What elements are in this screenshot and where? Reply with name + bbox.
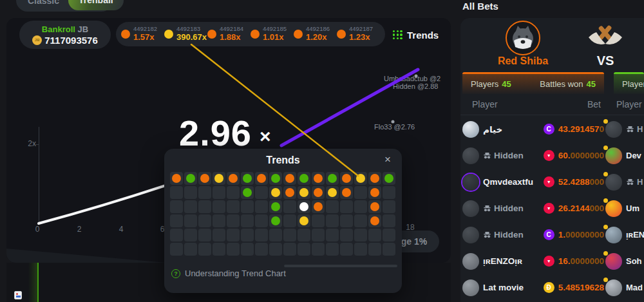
- trend-cell: [368, 172, 381, 185]
- bet-status-dot: [603, 251, 608, 256]
- player-name: H: [626, 177, 644, 187]
- trend-cell: [227, 214, 240, 227]
- bet-row: ᴉʀENZOᴉʀ▼16.0000000: [462, 248, 604, 274]
- player-name: H: [626, 124, 644, 134]
- trend-cell: [312, 229, 325, 241]
- trend-cell: [213, 214, 225, 227]
- team-red-shiba-name[interactable]: Red Shiba: [486, 55, 560, 67]
- trend-dot-yellow: [328, 188, 337, 197]
- player-name-text: Mad: [626, 283, 643, 292]
- result-multiplier: 1.01x: [263, 33, 287, 42]
- trend-dot-orange: [314, 202, 323, 211]
- current-multiplier: 2.96 ×: [179, 112, 271, 154]
- tab-classic[interactable]: Classic: [16, 0, 68, 6]
- avatar: [605, 227, 622, 243]
- trend-cell: [269, 229, 282, 241]
- result-item[interactable]: 44921821.57x: [121, 26, 164, 42]
- trend-cell: [326, 172, 339, 185]
- player-name-text: Soh: [626, 256, 642, 266]
- incognito-icon: [483, 151, 491, 160]
- avatar: [462, 253, 479, 270]
- avatar: [462, 227, 479, 243]
- result-texts: 44921861.20x: [306, 26, 330, 42]
- bet-row: Um: [605, 195, 644, 222]
- trend-dot-green: [243, 174, 252, 183]
- player-name-text: ᴉʀEN: [626, 230, 644, 240]
- trend-cell: [255, 229, 268, 241]
- close-icon[interactable]: ×: [381, 153, 394, 166]
- trend-cell: [312, 214, 325, 227]
- result-texts: 44921851.01x: [263, 26, 287, 42]
- trend-cell: [255, 200, 268, 213]
- bet-row: Hidden▼60.0000000: [462, 142, 604, 169]
- trend-cell: [198, 186, 211, 199]
- bet-amount-bright: 52.4288: [558, 177, 590, 187]
- bet-rows-left: خيامC43.2914570Hidden▼60.0000000Qmvdeaxt…: [462, 116, 604, 301]
- trend-cell: [255, 243, 268, 256]
- result-item[interactable]: 44921851.01x: [251, 26, 294, 42]
- player-name-text: Qmvdeaxtfu: [483, 177, 533, 187]
- trend-dot-orange: [370, 174, 379, 183]
- team-tab-red-shiba[interactable]: Players45 Battles won45: [462, 72, 604, 94]
- result-multiplier: 1.20x: [306, 33, 330, 42]
- player-name-text: Hidden: [494, 203, 524, 213]
- trend-dot-orange: [229, 174, 238, 183]
- tab-trenball[interactable]: Trenball: [68, 0, 124, 10]
- understanding-trend-text: Understanding Trend Chart: [185, 269, 286, 278]
- result-item[interactable]: 44921871.23x: [337, 26, 380, 42]
- trend-cell: [368, 186, 381, 199]
- result-item[interactable]: 44921861.20x: [294, 26, 337, 42]
- horizontal-scrollbar[interactable]: [284, 265, 397, 267]
- team-tab-right[interactable]: Players4: [614, 72, 644, 94]
- trx-glyph: ▼: [547, 153, 551, 158]
- trend-cell: [340, 214, 353, 227]
- result-item[interactable]: 44921841.88x: [207, 26, 251, 42]
- trend-cell: [213, 243, 225, 256]
- trend-cell: [354, 243, 367, 256]
- trend-cell: [340, 172, 353, 185]
- trends-button[interactable]: Trends: [393, 26, 450, 44]
- result-item[interactable]: 4492183390.67x: [164, 26, 207, 42]
- trend-cell: [340, 200, 353, 213]
- trend-cell: [383, 172, 395, 185]
- avatar: [462, 279, 479, 296]
- green-marker-line: [37, 263, 39, 302]
- player-name: ᴉʀENZOᴉʀ: [483, 256, 540, 266]
- result-multiplier: 1.57x: [133, 33, 157, 42]
- trend-cell: [354, 172, 367, 185]
- understanding-trend-link[interactable]: ? Understanding Trend Chart: [171, 269, 286, 278]
- players-count: 45: [502, 79, 511, 89]
- player-name-text: خيام: [483, 124, 502, 135]
- trend-dot-orange: [285, 188, 294, 197]
- y-axis-label: 2x: [22, 139, 36, 148]
- bet-status-dot: [603, 119, 608, 124]
- trend-cell: [170, 172, 183, 185]
- coin-trx-icon: ▼: [544, 176, 554, 187]
- avatar: [462, 121, 479, 138]
- bet-row: Dev: [605, 142, 644, 169]
- trend-cell: [326, 200, 339, 213]
- trend-cell: [383, 200, 395, 213]
- trend-cell: [283, 243, 296, 256]
- player-name: Soh: [626, 256, 644, 266]
- battles-won-count: 45: [587, 79, 596, 89]
- trend-dot-orange: [342, 188, 351, 197]
- column-header-player: Player: [472, 99, 498, 109]
- trend-cell: [255, 186, 268, 199]
- trend-cell: [368, 229, 381, 241]
- player-name: Um: [626, 203, 644, 213]
- players-label: Players: [471, 79, 498, 89]
- player-name: Qmvdeaxtfu: [483, 177, 540, 187]
- avatar: [462, 174, 479, 191]
- bet-status-dot: [603, 146, 608, 150]
- result-dot-yellow: [164, 30, 173, 39]
- bet-amount-dim: 000: [589, 203, 604, 213]
- all-bets-panel: Red Shiba VS Players45 Battles won45 Pla…: [460, 18, 644, 302]
- bet-amount-dim: 0: [599, 124, 604, 134]
- bet-row: HiddenC1.00000000: [462, 222, 604, 248]
- trend-cell: [213, 229, 225, 241]
- green-glow: [28, 263, 37, 302]
- bankroll-currency: JB: [78, 24, 89, 34]
- result-multiplier: 390.67x: [176, 33, 207, 42]
- bet-row: ᴉʀEN: [605, 222, 644, 248]
